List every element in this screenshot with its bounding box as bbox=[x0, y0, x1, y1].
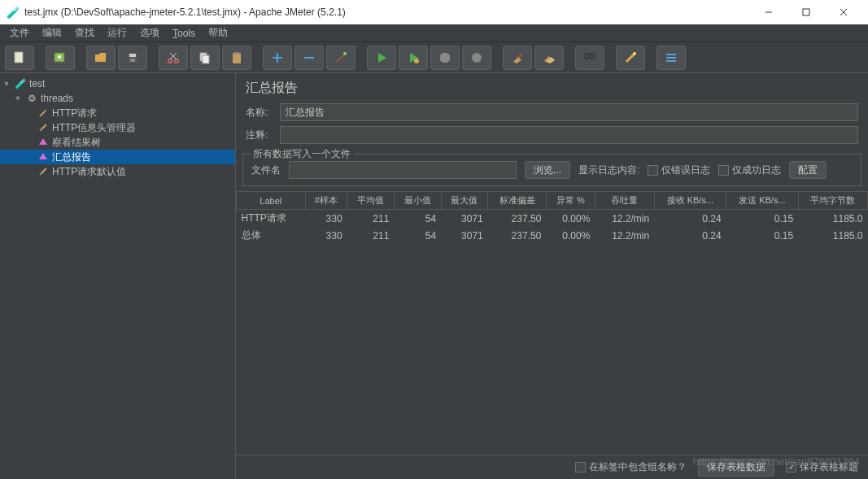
title-bar: 🧪 test.jmx (D:\DevSoft\apache-jmeter-5.2… bbox=[0, 0, 868, 24]
menu-search[interactable]: 查找 bbox=[68, 24, 101, 41]
save-header-checkbox[interactable]: 保存表格标题 bbox=[786, 460, 858, 474]
save-table-button[interactable]: 保存表格数据 bbox=[698, 459, 774, 477]
clear-button[interactable] bbox=[503, 46, 532, 70]
maximize-button[interactable] bbox=[787, 4, 824, 20]
table-row[interactable]: HTTP请求 330 211 54 3071 237.50 0.00% 12.2… bbox=[237, 210, 868, 228]
collapse-button[interactable] bbox=[656, 46, 686, 70]
svg-marker-40 bbox=[39, 138, 47, 145]
log-content-label: 显示日志内容: bbox=[578, 163, 639, 177]
open-button[interactable] bbox=[86, 46, 116, 70]
fieldset-legend: 所有数据写入一个文件 bbox=[250, 147, 354, 161]
start-no-timers-button[interactable] bbox=[399, 46, 428, 70]
svg-point-22 bbox=[343, 52, 347, 55]
svg-marker-23 bbox=[378, 53, 386, 63]
tree-panel: ▼ 🧪 test ▼ ⚙ threads HTTP请求 HTTP信息头管理器 察… bbox=[0, 73, 236, 479]
write-file-fieldset: 所有数据写入一个文件 文件名 浏览... 显示日志内容: 仅错误日志 仅成功日志… bbox=[242, 154, 861, 186]
svg-rect-1 bbox=[803, 9, 809, 15]
config-button[interactable]: 配置 bbox=[789, 161, 827, 179]
svg-rect-4 bbox=[15, 52, 23, 63]
svg-point-10 bbox=[168, 59, 172, 63]
file-input[interactable] bbox=[289, 161, 517, 179]
svg-point-25 bbox=[414, 59, 419, 63]
window-controls bbox=[750, 4, 861, 20]
svg-rect-33 bbox=[666, 54, 676, 55]
shutdown-button[interactable] bbox=[462, 46, 491, 70]
chevron-down-icon[interactable]: ▼ bbox=[13, 94, 23, 102]
copy-button[interactable] bbox=[190, 46, 220, 70]
remove-button[interactable] bbox=[294, 46, 324, 70]
tree-item-http-defaults[interactable]: HTTP请求默认值 bbox=[0, 164, 235, 179]
tree-root-label: test bbox=[29, 78, 45, 89]
cut-button[interactable] bbox=[159, 46, 188, 70]
svg-point-6 bbox=[58, 55, 61, 59]
templates-button[interactable] bbox=[46, 46, 75, 70]
svg-point-30 bbox=[590, 54, 595, 59]
menu-options[interactable]: 选项 bbox=[133, 24, 166, 41]
tree-root[interactable]: ▼ 🧪 test bbox=[0, 76, 235, 91]
only-error-checkbox[interactable]: 仅错误日志 bbox=[648, 163, 710, 177]
search-button[interactable] bbox=[575, 46, 604, 70]
window-title: test.jmx (D:\DevSoft\apache-jmeter-5.2.1… bbox=[24, 7, 750, 18]
chevron-down-icon[interactable]: ▼ bbox=[2, 80, 11, 88]
include-group-checkbox[interactable]: 在标签中包含组名称？ bbox=[575, 460, 687, 474]
browse-button[interactable]: 浏览... bbox=[525, 161, 570, 179]
svg-line-39 bbox=[41, 124, 46, 129]
table-header-row: Label #样本 平均值 最小值 最大值 标准偏差 异常 % 吞吐量 接收 K… bbox=[237, 192, 868, 210]
menu-edit[interactable]: 编辑 bbox=[36, 24, 68, 41]
svg-line-21 bbox=[337, 54, 345, 62]
panel-header: 汇总报告 名称: 注释: bbox=[236, 73, 868, 154]
menu-bar: 文件 编辑 查找 运行 选项 Tools 帮助 bbox=[0, 24, 868, 42]
svg-rect-34 bbox=[666, 57, 676, 59]
table-row[interactable]: 总体 330 211 54 3071 237.50 0.00% 12.2/min… bbox=[237, 227, 868, 244]
stop-button[interactable] bbox=[430, 46, 460, 70]
new-button[interactable] bbox=[5, 46, 34, 70]
file-label: 文件名 bbox=[251, 163, 281, 177]
svg-point-27 bbox=[472, 53, 482, 63]
paste-button[interactable] bbox=[222, 46, 251, 70]
comment-input[interactable] bbox=[280, 126, 858, 144]
svg-line-43 bbox=[41, 168, 46, 173]
app-icon: 🧪 bbox=[7, 6, 20, 19]
svg-rect-35 bbox=[666, 60, 676, 62]
start-button[interactable] bbox=[367, 46, 396, 70]
wrench-icon bbox=[37, 165, 50, 178]
svg-point-29 bbox=[585, 54, 590, 59]
minimize-button[interactable] bbox=[750, 4, 787, 20]
menu-file[interactable]: 文件 bbox=[3, 24, 36, 41]
reload-button[interactable] bbox=[616, 46, 645, 70]
svg-point-11 bbox=[175, 59, 179, 63]
leaf-icon bbox=[37, 136, 50, 149]
flask-icon: 🧪 bbox=[14, 77, 27, 90]
wand-button[interactable] bbox=[326, 46, 355, 70]
add-button[interactable] bbox=[263, 46, 292, 70]
gear-icon: ⚙ bbox=[25, 92, 38, 105]
tree-item-view-results[interactable]: 察看结果树 bbox=[0, 135, 235, 150]
summary-table: Label #样本 平均值 最小值 最大值 标准偏差 异常 % 吞吐量 接收 K… bbox=[236, 191, 868, 455]
save-button[interactable] bbox=[118, 46, 147, 70]
svg-marker-41 bbox=[39, 153, 47, 159]
tree-item-http-request[interactable]: HTTP请求 bbox=[0, 106, 235, 120]
panel-title: 汇总报告 bbox=[246, 80, 858, 97]
close-button[interactable] bbox=[825, 4, 861, 20]
svg-rect-15 bbox=[203, 55, 209, 63]
clear-all-button[interactable] bbox=[534, 46, 564, 70]
tree-item-header-manager[interactable]: HTTP信息头管理器 bbox=[0, 120, 235, 135]
name-input[interactable] bbox=[280, 103, 858, 121]
tree-group-label: threads bbox=[41, 93, 73, 104]
main-area: ▼ 🧪 test ▼ ⚙ threads HTTP请求 HTTP信息头管理器 察… bbox=[0, 73, 868, 479]
only-success-checkbox[interactable]: 仅成功日志 bbox=[718, 163, 781, 177]
svg-line-36 bbox=[40, 111, 46, 116]
svg-point-32 bbox=[633, 52, 636, 55]
panel-footer: 在标签中包含组名称？ 保存表格数据 保存表格标题 bbox=[236, 455, 868, 479]
menu-tools[interactable]: Tools bbox=[166, 26, 202, 41]
svg-marker-26 bbox=[440, 53, 450, 63]
tree-group[interactable]: ▼ ⚙ threads bbox=[0, 91, 235, 106]
svg-rect-17 bbox=[234, 52, 239, 54]
svg-rect-9 bbox=[130, 59, 135, 62]
name-label: 名称: bbox=[246, 106, 280, 120]
menu-run[interactable]: 运行 bbox=[101, 24, 133, 41]
right-panel: 汇总报告 名称: 注释: 所有数据写入一个文件 文件名 浏览... 显示日志内容… bbox=[236, 73, 868, 479]
tree-item-summary-report[interactable]: 汇总报告 bbox=[0, 150, 235, 164]
menu-help[interactable]: 帮助 bbox=[202, 24, 234, 41]
svg-rect-8 bbox=[129, 54, 136, 57]
